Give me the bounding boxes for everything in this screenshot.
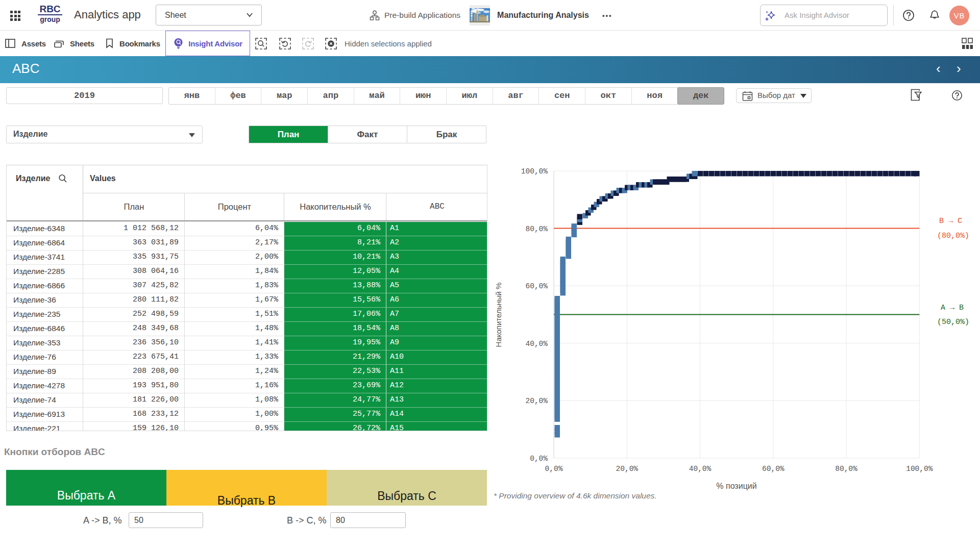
svg-text:* Providing overview of 4.6k d: * Providing overview of 4.6k dimension v… — [494, 491, 657, 500]
svg-text:(80,0%): (80,0%) — [937, 232, 969, 240]
svg-text:100,0%: 100,0% — [906, 465, 933, 473]
svg-text:40,0%: 40,0% — [689, 465, 712, 473]
svg-text:80,0%: 80,0% — [835, 465, 857, 473]
svg-text:100,0%: 100,0% — [521, 167, 548, 176]
svg-text:60,0%: 60,0% — [525, 282, 548, 290]
svg-text:20,0%: 20,0% — [616, 465, 639, 473]
svg-text:0,0%: 0,0% — [530, 455, 548, 463]
svg-text:(50,0%): (50,0%) — [937, 318, 969, 327]
svg-text:40,0%: 40,0% — [525, 340, 548, 348]
svg-text:B → C: B → C — [939, 217, 962, 226]
svg-text:80,0%: 80,0% — [525, 225, 548, 233]
svg-text:A → B: A → B — [941, 304, 964, 312]
svg-text:0,0%: 0,0% — [545, 465, 563, 473]
svg-text:20,0%: 20,0% — [525, 397, 548, 405]
svg-text:60,0%: 60,0% — [762, 465, 785, 473]
svg-text:Накопительный %: Накопительный % — [494, 283, 503, 347]
svg-text:% позиций: % позиций — [716, 482, 756, 490]
